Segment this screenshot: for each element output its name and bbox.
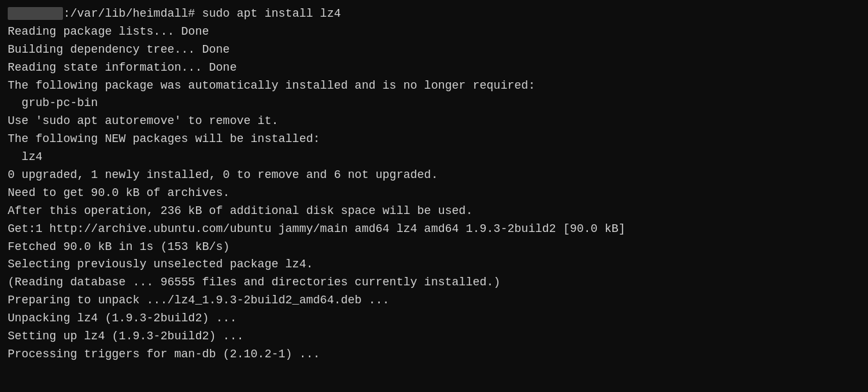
terminal-line-13: Fetched 90.0 kB in 1s (153 kB/s) xyxy=(8,238,860,256)
terminal-line-5: grub-pc-bin xyxy=(8,94,860,112)
terminal-line-6: Use 'sudo apt autoremove' to remove it. xyxy=(8,112,860,130)
terminal-line-18: Setting up lz4 (1.9.3-2build2) ... xyxy=(8,328,860,346)
terminal-line-11: After this operation, 236 kB of addition… xyxy=(8,202,860,220)
terminal-line-4: The following package was automatically … xyxy=(8,77,860,95)
terminal-line-1: Reading package lists... Done xyxy=(8,23,860,41)
terminal-line-16: Preparing to unpack .../lz4_1.9.3-2build… xyxy=(8,292,860,310)
terminal-line-14: Selecting previously unselected package … xyxy=(8,256,860,274)
terminal-line-10: Need to get 90.0 kB of archives. xyxy=(8,184,860,202)
prompt-user xyxy=(8,7,63,20)
terminal-line-2: Building dependency tree... Done xyxy=(8,41,860,59)
terminal-line-19: Processing triggers for man-db (2.10.2-1… xyxy=(8,346,860,364)
terminal-line-12: Get:1 http://archive.ubuntu.com/ubuntu j… xyxy=(8,220,860,238)
terminal-window: :/var/lib/heimdall# sudo apt install lz4… xyxy=(8,5,860,364)
terminal-line-8: lz4 xyxy=(8,148,860,166)
prompt-command: sudo apt install lz4 xyxy=(202,7,341,20)
terminal-line-17: Unpacking lz4 (1.9.3-2build2) ... xyxy=(8,310,860,328)
terminal-line-9: 0 upgraded, 1 newly installed, 0 to remo… xyxy=(8,166,860,184)
terminal-line-3: Reading state information... Done xyxy=(8,59,860,77)
terminal-line-0: :/var/lib/heimdall# sudo apt install lz4 xyxy=(8,5,860,23)
terminal-line-7: The following NEW packages will be insta… xyxy=(8,130,860,148)
terminal-line-15: (Reading database ... 96555 files and di… xyxy=(8,274,860,292)
prompt-path: :/var/lib/heimdall# xyxy=(63,7,202,20)
